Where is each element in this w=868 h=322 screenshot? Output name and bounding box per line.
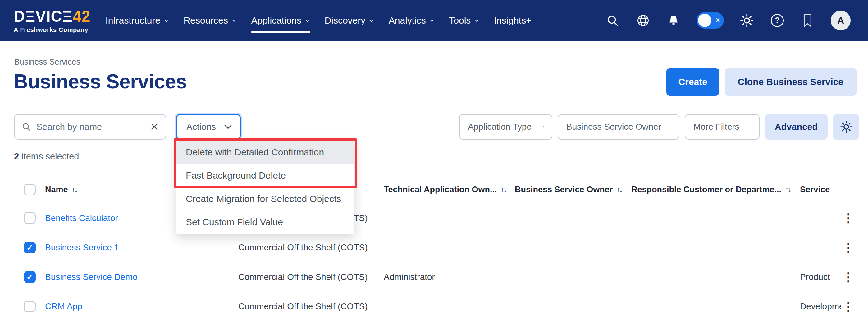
chevron-down-icon: ⌄ [305, 16, 310, 23]
row-name-link[interactable]: Business Service 1 [45, 243, 119, 252]
table-row: Business Service Demo Commercial Off the… [14, 262, 859, 292]
sun-icon [715, 17, 721, 24]
menu-item-fast-background-delete[interactable]: Fast Background Delete [177, 164, 354, 187]
row-actions-kebab-icon[interactable] [841, 211, 856, 225]
column-header-technical-owner[interactable]: Technical Application Own... [384, 185, 515, 194]
row-type: Commercial Off the Shelf (COTS) [238, 243, 384, 252]
menu-resources[interactable]: Resources⌄ [184, 11, 237, 30]
nav-utility-icons: A [605, 10, 850, 30]
chevron-down-icon: ⌄ [163, 16, 169, 23]
globe-icon[interactable] [636, 13, 651, 28]
column-header-responsible-customer[interactable]: Responsible Customer or Departme... [631, 185, 798, 194]
table-header-row: Name Technical Application Own... Busine… [14, 176, 859, 204]
create-button[interactable]: Create [666, 68, 719, 96]
toggle-knob [698, 14, 711, 27]
menu-item-create-migration[interactable]: Create Migration for Selected Objects [177, 187, 354, 210]
clone-business-service-button[interactable]: Clone Business Service [725, 68, 857, 96]
page-title: Business Services [14, 70, 187, 93]
menu-item-set-custom-field-value[interactable]: Set Custom Field Value [177, 210, 354, 234]
table-row: Benefits Calculator Commercial Off the S… [14, 204, 859, 233]
avatar-initial: A [837, 15, 844, 26]
chevron-down-icon [541, 125, 544, 129]
advanced-button[interactable]: Advanced [765, 114, 828, 140]
row-name-link[interactable]: Business Service Demo [45, 272, 137, 282]
column-header-service[interactable]: Service [798, 185, 841, 194]
sort-icon[interactable] [72, 185, 78, 194]
menu-insights[interactable]: Insights+ [494, 11, 532, 30]
row-service: Development [798, 301, 841, 312]
business-service-owner-filter[interactable]: Business Service Owner [558, 114, 679, 140]
logo-tagline: A Freshworks Company [14, 26, 90, 34]
row-technical-owner: Administrator [384, 272, 515, 282]
actions-dropdown-menu: Delete with Detailed Confirmation Fast B… [176, 140, 354, 234]
chevron-down-icon: ⌄ [231, 16, 237, 23]
row-checkbox[interactable] [24, 212, 36, 224]
table-settings-button[interactable] [833, 114, 859, 140]
help-icon[interactable] [770, 13, 785, 28]
row-checkbox[interactable] [24, 242, 36, 253]
actions-dropdown-button[interactable]: Actions [176, 114, 241, 140]
logo-42: 42 [73, 8, 91, 25]
search-icon [22, 122, 31, 132]
business-services-page: DΞVICΞ42 A Freshworks Company Infrastruc… [0, 0, 868, 322]
menu-item-delete-with-detailed-confirmation[interactable]: Delete with Detailed Confirmation [177, 141, 354, 164]
row-actions-kebab-icon[interactable] [841, 270, 856, 284]
chevron-down-icon [749, 125, 751, 129]
chevron-down-icon [671, 125, 671, 129]
row-name-link[interactable]: Benefits Calculator [45, 213, 118, 223]
row-actions-kebab-icon[interactable] [841, 241, 856, 254]
row-type: Commercial Off the Shelf (COTS) [238, 301, 384, 312]
menu-applications[interactable]: Applications⌄ [251, 11, 310, 30]
clear-search-icon[interactable] [150, 122, 159, 131]
gear-icon [840, 120, 853, 133]
breadcrumb[interactable]: Business Services [14, 57, 80, 67]
row-checkbox[interactable] [24, 271, 36, 283]
application-type-filter[interactable]: Application Type [459, 114, 552, 140]
row-actions-kebab-icon[interactable] [841, 300, 856, 313]
menu-infrastructure[interactable]: Infrastructure⌄ [105, 11, 169, 30]
column-header-business-service-owner[interactable]: Business Service Owner [515, 185, 631, 194]
sort-icon[interactable] [616, 185, 622, 194]
top-navigation-bar: DΞVICΞ42 A Freshworks Company Infrastruc… [0, 0, 868, 41]
header-buttons: Create Clone Business Service [666, 68, 857, 96]
bookmark-icon[interactable] [800, 13, 815, 28]
search-icon[interactable] [605, 13, 620, 28]
more-filters-button[interactable]: More Filters [685, 114, 760, 140]
select-all-checkbox[interactable] [24, 184, 36, 195]
filter-bar: Application Type Business Service Owner … [459, 114, 859, 140]
sort-icon[interactable] [785, 185, 790, 194]
theme-toggle[interactable] [696, 12, 724, 29]
logo-wordmark: DΞVICΞ42 [14, 9, 90, 24]
bell-icon[interactable] [666, 13, 681, 28]
chevron-down-icon: ⌄ [474, 16, 479, 23]
chevron-down-icon: ⌄ [429, 16, 435, 23]
chevron-down-icon: ⌄ [368, 16, 374, 23]
sort-icon[interactable] [501, 185, 506, 194]
search-box [14, 114, 166, 140]
main-menu: Infrastructure⌄ Resources⌄ Applications⌄… [105, 11, 531, 30]
search-input[interactable] [36, 122, 149, 132]
selection-count: 2items selected [14, 151, 79, 162]
logo-device: DΞVICΞ [14, 8, 73, 25]
device42-logo[interactable]: DΞVICΞ42 A Freshworks Company [14, 9, 90, 34]
avatar[interactable]: A [831, 10, 850, 30]
row-service: Product [798, 272, 841, 282]
menu-tools[interactable]: Tools⌄ [449, 11, 479, 30]
row-name-link[interactable]: CRM App [45, 301, 82, 311]
chevron-down-icon [224, 125, 232, 129]
table-row: Business Service 1 Commercial Off the Sh… [14, 233, 859, 262]
menu-discovery[interactable]: Discovery⌄ [324, 11, 374, 30]
menu-analytics[interactable]: Analytics⌄ [389, 11, 435, 30]
row-type: Commercial Off the Shelf (COTS) [238, 272, 384, 282]
row-checkbox[interactable] [24, 300, 36, 312]
business-services-table: Name Technical Application Own... Busine… [14, 176, 859, 322]
table-row: CRM App Commercial Off the Shelf (COTS) … [14, 292, 859, 321]
gear-icon[interactable] [739, 13, 754, 28]
